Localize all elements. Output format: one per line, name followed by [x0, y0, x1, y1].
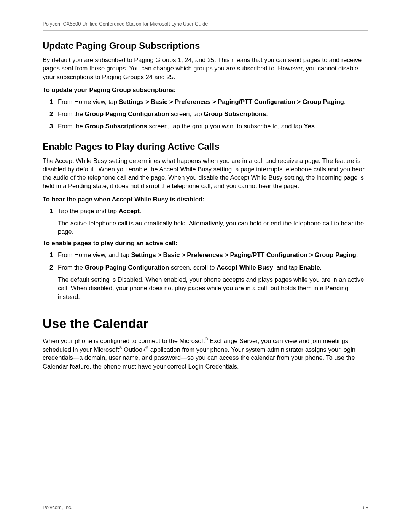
section-heading-update-paging: Update Paging Group Subscriptions [43, 40, 368, 51]
section-heading-use-calendar: Use the Calendar [43, 316, 368, 331]
section1-lead: To update your Paging Group subscription… [43, 86, 368, 94]
step-bold: Group Subscriptions [85, 123, 147, 129]
step-bold: Settings > Basic > Preferences > Paging/… [119, 98, 344, 105]
step-text: . [356, 251, 358, 258]
step-bold: Group Paging Configuration [85, 264, 169, 271]
step-number: 3 [49, 122, 53, 130]
step-text: screen, tap the group you want to subscr… [147, 123, 304, 129]
step-bold: Yes [304, 123, 315, 129]
running-header: Polycom CX5500 Unified Conference Statio… [43, 21, 368, 27]
step-number: 2 [49, 263, 53, 272]
step-bold: Group Subscriptions [204, 110, 266, 117]
step-text: From the [58, 110, 85, 117]
section-heading-enable-pages: Enable Pages to Play during Active Calls [43, 141, 368, 152]
footer-company: Polycom, Inc. [43, 505, 72, 510]
step-bold: Accept [119, 208, 140, 214]
footer-page-number: 68 [363, 505, 368, 510]
step-text: . [344, 98, 346, 105]
section2-steps2: 1 From Home view, and tap Settings > Bas… [43, 251, 368, 300]
section2-intro: The Accept While Busy setting determines… [43, 157, 368, 190]
section1-step-1: 1 From Home view, tap Settings > Basic >… [43, 97, 368, 106]
step-bold: Enable [299, 264, 320, 271]
step-text: Tap the page and tap [58, 208, 119, 214]
section2-steps2-step-1: 1 From Home view, and tap Settings > Bas… [43, 251, 368, 259]
step-number: 1 [49, 251, 53, 259]
section1-step-2: 2 From the Group Paging Configuration sc… [43, 110, 368, 118]
step-text: . [320, 264, 322, 271]
step-number: 1 [49, 97, 53, 106]
section2-steps1: 1 Tap the page and tap Accept. The activ… [43, 207, 368, 236]
step-bold: Settings > Basic > Preferences > Paging/… [131, 251, 356, 258]
step-text: From the [58, 264, 85, 271]
section1-steps: 1 From Home view, tap Settings > Basic >… [43, 97, 368, 131]
step-number: 1 [49, 207, 53, 215]
step-bold: Accept While Busy [217, 264, 273, 271]
step-text: . [140, 208, 142, 214]
page-footer: Polycom, Inc. 68 [43, 505, 368, 510]
step-text: . [266, 110, 268, 117]
step-text: , and tap [273, 264, 299, 271]
step-sub: The active telephone call is automatical… [58, 219, 368, 236]
step-bold: Group Paging Configuration [85, 110, 169, 117]
section2-steps2-step-2: 2 From the Group Paging Configuration sc… [43, 263, 368, 301]
step-sub: The default setting is Disabled. When en… [58, 275, 368, 301]
step-text: screen, scroll to [169, 264, 217, 271]
p-text: Outlook [122, 346, 145, 353]
section3-body: When your phone is configured to connect… [43, 336, 368, 371]
step-text: From the [58, 123, 85, 129]
section2-lead2: To enable pages to play during an active… [43, 240, 368, 247]
p-text: When your phone is configured to connect… [43, 337, 205, 344]
step-text: screen, tap [169, 110, 204, 117]
section2-lead1: To hear the page when Accept While Busy … [43, 196, 368, 203]
registered-icon: ® [119, 345, 122, 350]
section1-step-3: 3 From the Group Subscriptions screen, t… [43, 122, 368, 130]
step-text: . [315, 123, 317, 129]
step-text: From Home view, tap [58, 98, 119, 105]
header-rule [43, 30, 368, 31]
registered-icon: ® [145, 345, 148, 350]
page-content: Polycom CX5500 Unified Conference Statio… [43, 21, 368, 376]
section1-intro: By default you are subscribed to Paging … [43, 56, 368, 81]
step-text: From Home view, and tap [58, 251, 131, 258]
section2-steps1-step-1: 1 Tap the page and tap Accept. The activ… [43, 207, 368, 236]
step-number: 2 [49, 110, 53, 118]
